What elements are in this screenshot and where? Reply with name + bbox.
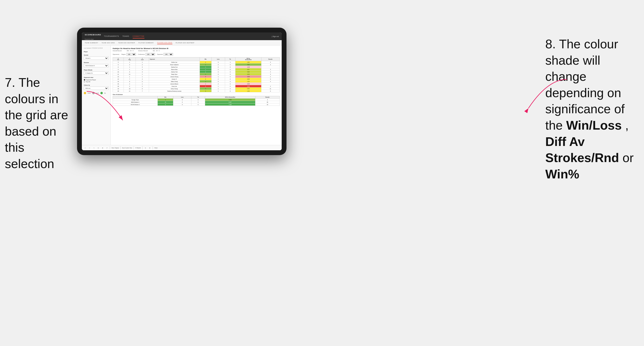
od-td-diff: 7.400 [205, 103, 256, 106]
sidebar-division-select[interactable]: NCAA Division III [84, 64, 108, 67]
radio-opponents-played[interactable]: Opponents Played [84, 79, 108, 81]
td-loss: 1 [212, 90, 225, 92]
td-div: 18 [113, 85, 124, 88]
od-td-tie: 0 [191, 101, 205, 103]
overall-record-label: Overall Record: [113, 50, 122, 51]
th-tie: Tie [225, 57, 236, 61]
td-div: 5 [113, 63, 124, 66]
td-reg: 8 [124, 80, 136, 83]
td-opponent: Emily Chang [149, 88, 200, 90]
td-conf: 4 [136, 78, 149, 80]
od-td-rounds: 10 [255, 103, 280, 106]
subnav-team-summary[interactable]: TEAM SUMMARY [85, 42, 98, 44]
od-td-diff: 4.500 [205, 99, 256, 101]
table-row: 20 11 7 Federica Domecq Lacroze 2 1 0 1.… [113, 90, 280, 92]
toolbar-icon3[interactable]: ⊡ [144, 147, 147, 149]
td-loss: 0 [212, 61, 225, 63]
table-row: 10 6 3 Andrea York 2 0 0 4.00 4 [113, 71, 280, 73]
nav-teams[interactable]: TEAMS [122, 34, 129, 38]
tablet-screen: SCOREBOARD Powered by clippd TOURNAMENTS… [82, 32, 282, 150]
toolbar-redo[interactable]: ↪ [92, 147, 95, 149]
legend-label-down: Down [88, 92, 91, 94]
td-conf: 6 [136, 88, 149, 90]
subnav-team-h2h-heatmap[interactable]: TEAM H2H HEATMAP [118, 42, 135, 44]
out-division-row: NCAA Division 2 5 0 0 7.400 10 [113, 103, 280, 106]
td-win: 1 [200, 61, 212, 63]
toolbar-undo2[interactable]: ↩ [88, 147, 91, 149]
td-div: 3 [113, 61, 124, 63]
th-loss: Loss [212, 57, 225, 61]
td-loss: 2 [212, 83, 225, 85]
sidebar-player-rank-section: Player (Rank) 8. Katelyn Vo [84, 69, 108, 75]
subnav-player-summary[interactable]: PLAYER SUMMARY [138, 42, 154, 44]
nav-committee[interactable]: COMMITTEE [133, 34, 144, 38]
toolbar-watch[interactable]: 👁 Watch▾ [135, 147, 141, 149]
toolbar-icon2[interactable]: ⊞ [101, 147, 104, 149]
toolbar-view-original[interactable]: View: Original [112, 147, 119, 149]
region-select[interactable]: (All) [126, 53, 136, 56]
overall-record: 353 - 34 - 6 [127, 50, 133, 51]
od-td-win: 1 [158, 99, 173, 101]
radio-top100[interactable]: Top 100 [84, 81, 108, 82]
toolbar-icon4[interactable]: ⊞ [148, 147, 151, 149]
sidebar-player-section: Player [84, 51, 108, 52]
table-row: 16 2 1 Jessica Mason 1 2 0 -0.94 [113, 83, 280, 85]
td-div: 6 [113, 66, 124, 68]
subnav-player-h2h-heatmap[interactable]: PLAYER H2H HEATMAP [176, 42, 194, 44]
toolbar-undo[interactable]: ↩ [84, 147, 87, 149]
td-loss: 1 [212, 85, 225, 88]
toolbar-sep1 [110, 147, 110, 149]
filter-row: Opponents: Region (All) Conference (All) [113, 53, 280, 56]
toolbar-save-custom[interactable]: Save Custom View [122, 147, 132, 149]
td-opponent: Sydney Kuo [149, 66, 200, 68]
sidebar-opponent-view-section: Opponent view Opponents Played Top 100 [84, 77, 108, 82]
toolbar-share[interactable]: Share [154, 147, 158, 149]
od-td-tie: 0 [191, 103, 205, 106]
td-tie: 0 [225, 68, 236, 71]
td-win: 2 [200, 71, 212, 73]
sidebar-gender-section: Gender Women's [84, 54, 108, 60]
sidebar-gender-select[interactable]: Women's [84, 56, 108, 60]
toolbar-sep4 [142, 147, 142, 149]
colour-legend: Down Level Up [84, 92, 108, 94]
td-reg: 1 [124, 66, 136, 68]
td-reg: 6 [124, 71, 136, 73]
nav-bar: SCOREBOARD Powered by clippd TOURNAMENTS… [82, 32, 282, 40]
sidebar-colour-by-select[interactable]: Win/Loss [84, 87, 108, 90]
td-diff: -0.94 [236, 83, 262, 85]
filter-group-region: Region (All) [121, 53, 136, 56]
td-reg: 10 [124, 88, 136, 90]
radio-dot-unselected [84, 81, 85, 82]
sidebar-opponent-view-label: Opponent view [84, 77, 108, 78]
td-tie: 0 [225, 73, 236, 75]
td-win: 0 [200, 75, 212, 78]
conference-select[interactable]: (All) [146, 53, 155, 56]
td-loss: 2 [212, 78, 225, 80]
td-div: 15 [113, 80, 124, 83]
td-win: 4 [200, 88, 212, 90]
td-rounds [261, 66, 280, 68]
opponent-select[interactable]: (All) [164, 53, 173, 56]
toolbar-refresh[interactable]: ↺ [106, 147, 108, 149]
od-td-rounds: 2 [255, 99, 280, 101]
sidebar-player-rank-select[interactable]: 8. Katelyn Vo [84, 71, 108, 75]
od-td-opponent: Foreign Team [113, 99, 158, 101]
subnav-player-h2h-grid[interactable]: PLAYER H2H GRID [157, 41, 172, 44]
bold-win-loss: Win/Loss [566, 118, 622, 132]
subnav-team-h2h-grid[interactable]: TEAM H2H GRID [102, 42, 115, 44]
td-loss: 0 [212, 68, 225, 71]
od-td-loss: 0 [173, 99, 192, 101]
td-div: 19 [113, 88, 124, 90]
nav-sign-out[interactable]: | Sign out [272, 36, 279, 37]
legend-dot-level [92, 92, 94, 94]
td-diff: 4.00 [236, 71, 262, 73]
toolbar-icon1[interactable]: ⊡ [97, 147, 100, 149]
td-opponent: Eunice Yi [149, 78, 200, 80]
table-row: 15 8 5 Stella Cheng 1 0 0 1.25 4 [113, 80, 280, 83]
td-div: 16 [113, 83, 124, 85]
td-loss: 0 [212, 71, 225, 73]
annotation-right: 8. The colour shade will change dependin… [545, 36, 637, 182]
td-diff: -1.00 [236, 66, 262, 68]
nav-tournaments[interactable]: TOURNAMENTS [104, 34, 119, 38]
legend-label-up: Up [104, 92, 106, 94]
